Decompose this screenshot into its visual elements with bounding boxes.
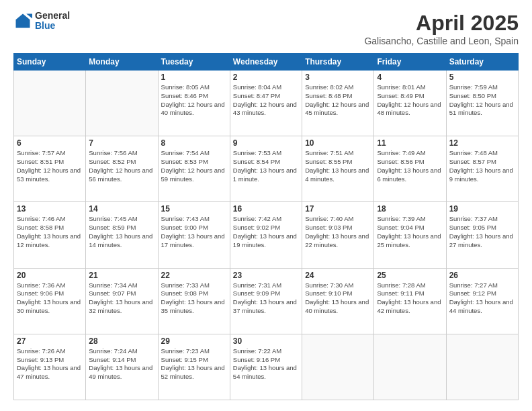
calendar-week-2: 6Sunrise: 7:57 AMSunset: 8:51 PMDaylight… [14,136,519,202]
calendar-cell-w3-d2: 14Sunrise: 7:45 AMSunset: 8:59 PMDayligh… [86,202,158,268]
day-number: 16 [233,204,299,214]
day-info: Sunrise: 7:51 AMSunset: 8:55 PMDaylight:… [305,149,371,183]
calendar-cell-w4-d1: 20Sunrise: 7:36 AMSunset: 9:06 PMDayligh… [14,268,86,334]
main-title: April 2025 [364,11,519,36]
day-info: Sunrise: 7:27 AMSunset: 9:12 PMDaylight:… [449,281,515,316]
svg-marker-0 [16,14,30,28]
calendar-cell-w4-d4: 23Sunrise: 7:31 AMSunset: 9:09 PMDayligh… [230,268,302,334]
calendar-cell-w4-d3: 22Sunrise: 7:33 AMSunset: 9:08 PMDayligh… [158,268,230,334]
calendar-week-5: 27Sunrise: 7:26 AMSunset: 9:13 PMDayligh… [14,334,519,400]
day-number: 3 [305,73,371,82]
day-info: Sunrise: 7:57 AMSunset: 8:51 PMDaylight:… [17,149,83,183]
calendar-cell-w3-d3: 15Sunrise: 7:43 AMSunset: 9:00 PMDayligh… [158,202,230,268]
calendar-cell-w2-d3: 8Sunrise: 7:54 AMSunset: 8:53 PMDaylight… [158,136,230,202]
day-number: 2 [233,73,299,82]
calendar-table: Sunday Monday Tuesday Wednesday Thursday… [13,53,519,400]
header: General Blue April 2025 Galisancho, Cast… [13,11,519,46]
day-number: 4 [377,73,443,82]
day-info: Sunrise: 7:37 AMSunset: 9:05 PMDaylight:… [449,215,515,249]
title-block: April 2025 Galisancho, Castille and Leon… [364,11,519,46]
day-number: 14 [89,204,154,214]
day-info: Sunrise: 7:22 AMSunset: 9:16 PMDaylight:… [233,347,299,381]
calendar-header-row: Sunday Monday Tuesday Wednesday Thursday… [14,54,519,71]
day-number: 18 [377,204,443,214]
logo-icon [13,11,32,30]
day-info: Sunrise: 7:53 AMSunset: 8:54 PMDaylight:… [233,149,299,183]
calendar-cell-w2-d6: 11Sunrise: 7:49 AMSunset: 8:56 PMDayligh… [374,136,446,202]
calendar-cell-w1-d4: 2Sunrise: 8:04 AMSunset: 8:47 PMDaylight… [230,71,302,136]
day-number: 5 [449,73,515,82]
day-info: Sunrise: 7:30 AMSunset: 9:10 PMDaylight:… [305,281,371,316]
day-info: Sunrise: 7:24 AMSunset: 9:14 PMDaylight:… [89,347,154,381]
day-number: 21 [89,271,154,280]
day-number: 24 [305,271,371,280]
calendar-cell-w2-d5: 10Sunrise: 7:51 AMSunset: 8:55 PMDayligh… [302,136,374,202]
day-number: 23 [233,271,299,280]
day-number: 25 [377,271,443,280]
calendar-cell-w5-d7 [446,334,518,400]
col-friday: Friday [374,54,446,71]
logo-blue-text: Blue [35,21,70,31]
calendar-cell-w3-d7: 19Sunrise: 7:37 AMSunset: 9:05 PMDayligh… [446,202,518,268]
calendar-cell-w1-d1 [14,71,86,136]
day-info: Sunrise: 7:40 AMSunset: 9:03 PMDaylight:… [305,215,371,249]
day-number: 26 [449,271,515,280]
calendar-cell-w1-d7: 5Sunrise: 7:59 AMSunset: 8:50 PMDaylight… [446,71,518,136]
day-number: 20 [17,271,83,280]
logo-text: General Blue [35,11,70,32]
calendar-cell-w1-d5: 3Sunrise: 8:02 AMSunset: 8:48 PMDaylight… [302,71,374,136]
day-number: 12 [449,138,515,148]
day-info: Sunrise: 7:28 AMSunset: 9:11 PMDaylight:… [377,281,443,316]
calendar-cell-w1-d3: 1Sunrise: 8:05 AMSunset: 8:46 PMDaylight… [158,71,230,136]
day-number: 11 [377,138,443,148]
col-saturday: Saturday [446,54,518,71]
calendar-cell-w3-d6: 18Sunrise: 7:39 AMSunset: 9:04 PMDayligh… [374,202,446,268]
col-wednesday: Wednesday [230,54,302,71]
day-number: 7 [89,138,154,148]
day-number: 27 [17,336,83,346]
col-thursday: Thursday [302,54,374,71]
calendar-cell-w3-d5: 17Sunrise: 7:40 AMSunset: 9:03 PMDayligh… [302,202,374,268]
page: General Blue April 2025 Galisancho, Cast… [0,0,532,411]
day-number: 28 [89,336,154,346]
calendar-cell-w2-d1: 6Sunrise: 7:57 AMSunset: 8:51 PMDaylight… [14,136,86,202]
calendar-cell-w5-d3: 29Sunrise: 7:23 AMSunset: 9:15 PMDayligh… [158,334,230,400]
calendar-cell-w3-d4: 16Sunrise: 7:42 AMSunset: 9:02 PMDayligh… [230,202,302,268]
day-info: Sunrise: 7:31 AMSunset: 9:09 PMDaylight:… [233,281,299,316]
day-info: Sunrise: 8:05 AMSunset: 8:46 PMDaylight:… [161,83,227,118]
day-number: 17 [305,204,371,214]
day-number: 9 [233,138,299,148]
day-number: 10 [305,138,371,148]
day-number: 13 [17,204,83,214]
calendar-week-1: 1Sunrise: 8:05 AMSunset: 8:46 PMDaylight… [14,71,519,136]
day-number: 1 [161,73,227,82]
day-info: Sunrise: 7:45 AMSunset: 8:59 PMDaylight:… [89,215,154,249]
col-monday: Monday [86,54,158,71]
calendar-cell-w3-d1: 13Sunrise: 7:46 AMSunset: 8:58 PMDayligh… [14,202,86,268]
calendar-week-3: 13Sunrise: 7:46 AMSunset: 8:58 PMDayligh… [14,202,519,268]
subtitle: Galisancho, Castille and Leon, Spain [364,36,519,46]
calendar-cell-w5-d2: 28Sunrise: 7:24 AMSunset: 9:14 PMDayligh… [86,334,158,400]
day-number: 22 [161,271,227,280]
day-info: Sunrise: 7:23 AMSunset: 9:15 PMDaylight:… [161,347,227,381]
calendar-cell-w2-d2: 7Sunrise: 7:56 AMSunset: 8:52 PMDaylight… [86,136,158,202]
calendar-cell-w5-d1: 27Sunrise: 7:26 AMSunset: 9:13 PMDayligh… [14,334,86,400]
day-info: Sunrise: 7:34 AMSunset: 9:07 PMDaylight:… [89,281,154,316]
day-number: 19 [449,204,515,214]
calendar-cell-w5-d4: 30Sunrise: 7:22 AMSunset: 9:16 PMDayligh… [230,334,302,400]
day-number: 8 [161,138,227,148]
day-info: Sunrise: 7:33 AMSunset: 9:08 PMDaylight:… [161,281,227,316]
day-number: 29 [161,336,227,346]
day-info: Sunrise: 7:42 AMSunset: 9:02 PMDaylight:… [233,215,299,249]
day-info: Sunrise: 7:26 AMSunset: 9:13 PMDaylight:… [17,347,83,381]
day-info: Sunrise: 7:56 AMSunset: 8:52 PMDaylight:… [89,149,154,183]
day-info: Sunrise: 8:01 AMSunset: 8:49 PMDaylight:… [377,83,443,118]
day-info: Sunrise: 7:49 AMSunset: 8:56 PMDaylight:… [377,149,443,183]
calendar-cell-w4-d6: 25Sunrise: 7:28 AMSunset: 9:11 PMDayligh… [374,268,446,334]
calendar-cell-w2-d7: 12Sunrise: 7:48 AMSunset: 8:57 PMDayligh… [446,136,518,202]
day-info: Sunrise: 7:59 AMSunset: 8:50 PMDaylight:… [449,83,515,118]
day-info: Sunrise: 7:54 AMSunset: 8:53 PMDaylight:… [161,149,227,183]
calendar-week-4: 20Sunrise: 7:36 AMSunset: 9:06 PMDayligh… [14,268,519,334]
day-number: 15 [161,204,227,214]
day-info: Sunrise: 8:04 AMSunset: 8:47 PMDaylight:… [233,83,299,118]
